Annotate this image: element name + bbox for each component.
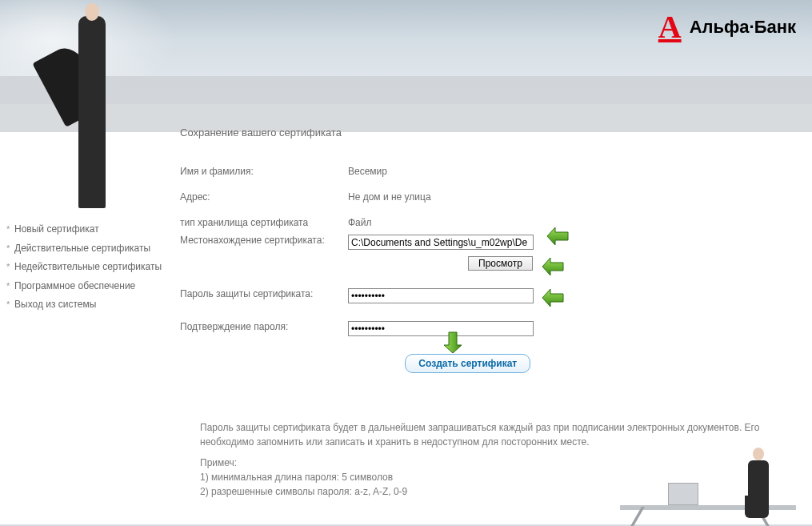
address-value: Не дом и не улица — [348, 188, 806, 206]
main-content: Сохранение вашего сертификата Имя и фами… — [180, 126, 806, 499]
note-line1: 1) минимальная длина пароля: 5 символов — [200, 470, 788, 484]
address-label: Адрес: — [180, 188, 348, 206]
create-certificate-button[interactable]: Создать сертификат — [405, 354, 530, 373]
password-input[interactable] — [348, 288, 534, 303]
notes-block: Пароль защиты сертификата будет в дальне… — [180, 420, 788, 499]
certificate-form: Имя и фамилия: Весемир Адрес: Не дом и н… — [180, 163, 806, 376]
sidebar-item-invalid-certs[interactable]: Недействительные сертификаты — [6, 258, 166, 277]
name-label: Имя и фамилия: — [180, 163, 348, 180]
note-heading: Примеч: — [200, 456, 788, 470]
password-label: Пароль защиты сертификата: — [180, 285, 348, 307]
location-input[interactable] — [348, 235, 534, 250]
note-line2: 2) разрешенные символы пароля: a-z, A-Z,… — [200, 484, 788, 499]
location-label: Местонахождение сертификата: — [180, 231, 348, 253]
sidebar-item-logout[interactable]: Выход из системы — [6, 295, 166, 315]
brand-name: Альфа·Банк — [690, 17, 796, 38]
name-value: Весемир — [348, 163, 806, 180]
sidebar-nav: Новый сертификат Действительные сертифик… — [6, 220, 166, 315]
brand-logo: А Альфа·Банк — [658, 11, 796, 43]
sidebar-item-valid-certs[interactable]: Действительные сертификаты — [6, 239, 166, 259]
confirm-password-input[interactable] — [348, 321, 534, 336]
storage-type-label: тип хранилища сертификата — [180, 214, 348, 231]
page-title: Сохранение вашего сертификата — [180, 126, 806, 139]
man-illustration — [38, 0, 142, 212]
storage-type-value: Файл — [348, 214, 806, 231]
sidebar-item-new-cert[interactable]: Новый сертификат — [6, 220, 166, 239]
sidebar-item-software[interactable]: Программное обеспечение — [6, 277, 166, 296]
confirm-password-label: Подтверждение пароля: — [180, 318, 348, 339]
browse-button[interactable]: Просмотр — [468, 256, 533, 271]
alpha-logo-icon: А — [658, 11, 682, 43]
note-intro: Пароль защиты сертификата будет в дальне… — [200, 420, 788, 449]
